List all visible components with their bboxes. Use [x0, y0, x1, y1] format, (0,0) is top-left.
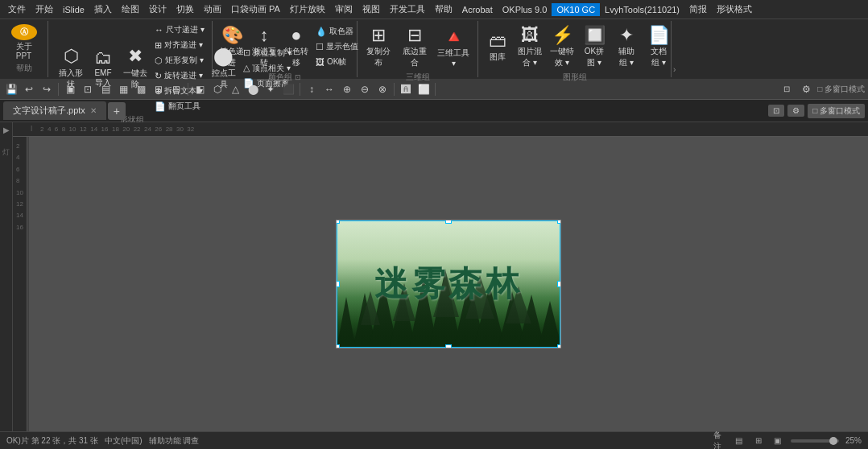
remove-button[interactable]: ✖ 一键去除: [119, 23, 151, 113]
tab-close-icon[interactable]: ✕: [90, 106, 97, 115]
menu-insert[interactable]: 插入: [89, 2, 117, 17]
menu-report[interactable]: 简报: [684, 2, 712, 17]
zoom-fit-button[interactable]: ⊡: [768, 105, 784, 117]
solid-transfer-button[interactable]: ● 纯色转移: [280, 23, 312, 71]
tb-b10[interactable]: △: [227, 81, 243, 97]
tb-b15[interactable]: ↔: [321, 81, 337, 97]
handle-top-left[interactable]: [336, 220, 340, 224]
tb-b8[interactable]: ◧: [192, 81, 208, 97]
handle-mid-left[interactable]: [336, 281, 340, 287]
menu-okplus[interactable]: OKPlus 9.0: [498, 3, 552, 16]
menu-ok10gc[interactable]: OK10 GC: [552, 3, 600, 16]
grad-switch-button[interactable]: ↕ 渐进互转: [248, 23, 280, 71]
status-reading-view[interactable]: ▣: [771, 435, 784, 447]
menu-dev[interactable]: 开发工具: [385, 2, 430, 17]
menu-review[interactable]: 审阅: [330, 2, 358, 17]
ok-frame-button[interactable]: 🖼OK帧: [312, 55, 362, 69]
one-key-effect-button[interactable]: ⚡ 一键特效 ▾: [546, 23, 578, 71]
menu-shape-format[interactable]: 形状格式: [712, 2, 757, 17]
menu-slideshow[interactable]: 灯片放映: [285, 2, 330, 17]
menu-animate[interactable]: 动画: [199, 2, 226, 17]
multiwindow-button[interactable]: □ 多窗口模式: [808, 104, 865, 118]
left-panel-toggle[interactable]: ▶: [2, 126, 10, 134]
img-blend-button[interactable]: 🖼 图片混合 ▾: [514, 23, 546, 71]
one-key-effect-icon: ⚡: [552, 25, 573, 46]
copy-dist-button[interactable]: ⊞ 复制分布: [361, 23, 397, 71]
menu-draw[interactable]: 绘图: [117, 2, 144, 17]
tb-settings[interactable]: ⚙: [798, 81, 814, 97]
tb-b2[interactable]: ⊡: [80, 81, 96, 97]
zoom-thumb[interactable]: [829, 437, 837, 445]
zoom-slider[interactable]: [791, 439, 839, 443]
ok-puzzle-button[interactable]: 🔲 OK拼图 ▾: [578, 23, 610, 71]
shape-group: ⬡ 插入形状 🗂 EMF导入 ✖ 一键去除 ↔尺寸递进 ▾ ⊞对齐递进 ▾ ⬡矩…: [52, 21, 213, 77]
three-d-tool-button[interactable]: 🔺 三维工具 ▾: [433, 23, 475, 71]
expand-icon[interactable]: ›: [673, 65, 676, 74]
menu-view[interactable]: 视图: [358, 2, 385, 17]
tab-settings-button[interactable]: ⚙: [787, 105, 804, 117]
align-step-button[interactable]: ⊞对齐递进 ▾: [151, 38, 208, 52]
align-step-label: 对齐递进 ▾: [164, 39, 203, 51]
status-normal-view[interactable]: ▤: [733, 435, 746, 447]
tb-b6[interactable]: ⊞: [151, 81, 167, 97]
tb-b20[interactable]: ⬜: [415, 81, 432, 97]
color-picker-label: 取色器: [329, 26, 353, 37]
tb-b9[interactable]: ⬡: [209, 81, 225, 97]
menu-acrobat[interactable]: Acrobat: [457, 3, 498, 16]
color-picker-button[interactable]: 💧取色器: [312, 24, 362, 39]
tb-redo[interactable]: ↪: [39, 81, 55, 97]
ribbon-expand[interactable]: ›: [672, 21, 677, 77]
menu-file[interactable]: 文件: [3, 2, 31, 17]
tb-b13[interactable]: ⬛: [280, 81, 296, 97]
bottom-align-button[interactable]: ⊟ 底边重合: [397, 23, 433, 71]
size-step-button[interactable]: ↔尺寸递进 ▾: [151, 23, 208, 37]
tb-multiwindow-label: □ 多窗口模式: [817, 84, 865, 95]
tb-b18[interactable]: ⊗: [374, 81, 391, 97]
handle-top-right[interactable]: [557, 220, 561, 224]
tb-b7[interactable]: ⊟: [168, 81, 184, 97]
library-button[interactable]: 🗃 图库: [482, 23, 514, 71]
about-ppt-button[interactable]: Ⓐ 关于PPT 帮助: [0, 21, 48, 77]
emf-import-button[interactable]: 🗂 EMF导入: [87, 23, 119, 113]
handle-bot-center[interactable]: [445, 344, 452, 348]
handle-top-center[interactable]: [445, 220, 452, 224]
menu-pa[interactable]: 口袋动画 PA: [226, 2, 285, 17]
new-tab-button[interactable]: +: [108, 102, 126, 120]
tb-b11[interactable]: ⬤: [245, 81, 261, 97]
tb-undo[interactable]: ↩: [21, 81, 37, 97]
tb-zoom-fit[interactable]: ⊡: [779, 81, 795, 97]
menu-help[interactable]: 帮助: [430, 2, 457, 17]
status-notes-icon[interactable]: 备注: [713, 435, 726, 447]
page-tool-button[interactable]: 📄翻页工具: [151, 99, 208, 113]
menu-design[interactable]: 设计: [144, 2, 172, 17]
tb-b17[interactable]: ⊖: [357, 81, 373, 97]
menu-start[interactable]: 开始: [31, 2, 58, 17]
tb-b1[interactable]: ▣: [62, 81, 78, 97]
handle-bot-left[interactable]: [336, 344, 340, 348]
tb-save[interactable]: 💾: [3, 81, 19, 97]
menu-lvyh[interactable]: LvyhTools(211021): [600, 3, 684, 16]
tb-b5[interactable]: ▩: [133, 81, 149, 97]
menu-switch[interactable]: 切换: [172, 2, 199, 17]
doc-group-button[interactable]: 📄 文档组 ▾: [643, 23, 675, 71]
file-tab-active[interactable]: 文字设计稿子.pptx ✕: [3, 101, 106, 120]
rect-copy-button[interactable]: ⬡矩形复制 ▾: [151, 53, 208, 68]
assist-group-icon: ✦: [619, 25, 634, 46]
tb-b4[interactable]: ▦: [115, 81, 131, 97]
solid-step-button[interactable]: 🎨 纯色递进: [216, 23, 248, 71]
menu-islide[interactable]: iSlide: [58, 3, 89, 16]
insert-shape-button[interactable]: ⬡ 插入形状: [55, 23, 87, 113]
tb-b16[interactable]: ⊕: [339, 81, 355, 97]
tb-b14[interactable]: ↕: [304, 81, 320, 97]
show-color-button[interactable]: ☐显示色值: [312, 39, 362, 54]
slide[interactable]: 迷雾森林: [336, 220, 561, 348]
assist-group-button[interactable]: ✦ 辅助组 ▾: [610, 23, 643, 71]
ok-puzzle-label: OK拼图 ▾: [585, 46, 604, 68]
handle-mid-right[interactable]: [557, 281, 561, 287]
handle-bot-right[interactable]: [557, 344, 561, 348]
accessibility-link[interactable]: 辅助功能 调查: [149, 435, 200, 447]
tb-b19[interactable]: 🅰: [398, 81, 414, 97]
tb-b3[interactable]: ▤: [97, 81, 114, 97]
status-sorter-view[interactable]: ⊞: [752, 435, 765, 447]
tb-b12[interactable]: ✦: [262, 81, 279, 97]
